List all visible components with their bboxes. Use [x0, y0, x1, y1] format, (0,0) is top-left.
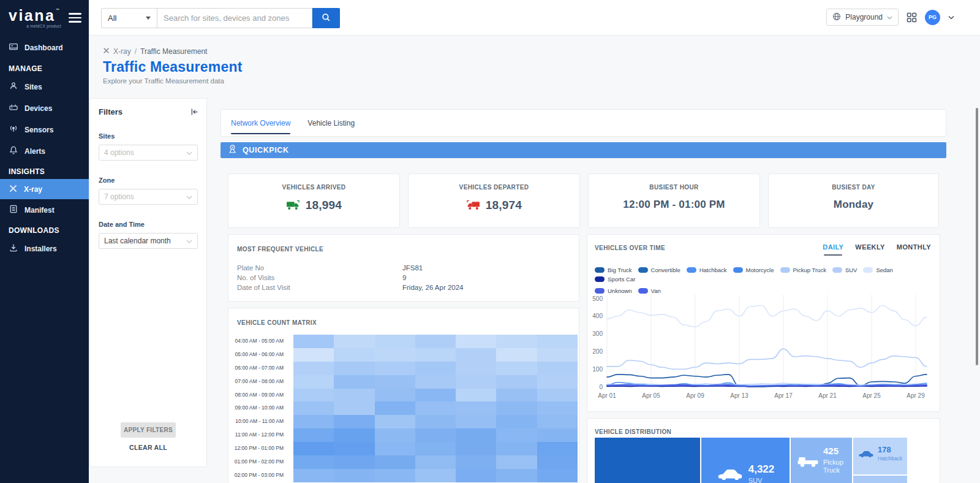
heatmap-cell[interactable]	[415, 469, 456, 482]
heatmap-cell[interactable]	[293, 469, 334, 482]
heatmap-cell[interactable]	[375, 401, 415, 415]
sidebar-item-installers[interactable]: Installers	[0, 238, 89, 259]
heatmap-cell[interactable]	[496, 455, 537, 469]
heatmap-cell[interactable]	[415, 389, 456, 402]
heatmap-cell[interactable]	[375, 428, 415, 442]
heatmap-cell[interactable]	[375, 362, 415, 375]
heatmap-cell[interactable]	[375, 348, 415, 362]
quickpick-banner[interactable]: QUICKPICK	[221, 142, 946, 158]
heatmap-cell[interactable]	[334, 348, 374, 362]
heatmap-cell[interactable]	[375, 442, 415, 455]
breadcrumb-section[interactable]: X-ray	[113, 47, 131, 56]
sidebar-item-manifest[interactable]: Manifest	[0, 199, 89, 221]
heatmap-cell[interactable]	[375, 335, 415, 348]
heatmap-cell[interactable]	[293, 455, 334, 469]
treemap-block-suv[interactable]: 4,322 SUV	[701, 438, 790, 483]
heatmap-cell[interactable]	[293, 428, 334, 442]
heatmap-cell[interactable]	[496, 428, 537, 442]
heatmap-cell[interactable]	[415, 415, 456, 428]
heatmap-cell[interactable]	[537, 362, 578, 375]
heatmap-cell[interactable]	[415, 348, 456, 362]
heatmap-cell[interactable]	[415, 375, 456, 389]
heatmap-cell[interactable]	[537, 335, 578, 348]
heatmap-cell[interactable]	[293, 415, 334, 428]
heatmap-cell[interactable]	[496, 362, 537, 375]
heatmap-cell[interactable]	[334, 428, 374, 442]
heatmap-cell[interactable]	[496, 469, 537, 482]
heatmap-cell[interactable]	[456, 415, 496, 428]
heatmap-cell[interactable]	[537, 389, 578, 402]
heatmap-cell[interactable]	[334, 375, 374, 389]
search-scope-select[interactable]: All	[101, 8, 157, 28]
legend-item[interactable]: Motorcycle	[733, 267, 774, 273]
heatmap-cell[interactable]	[293, 401, 334, 415]
heatmap-cell[interactable]	[456, 401, 496, 415]
heatmap-cell[interactable]	[415, 401, 456, 415]
legend-item[interactable]: Sports Car	[595, 276, 635, 283]
vertical-scrollbar[interactable]	[976, 108, 978, 365]
heatmap-cell[interactable]	[293, 375, 334, 389]
range-tab-weekly[interactable]: WEEKLY	[855, 243, 884, 256]
heatmap-cell[interactable]	[293, 335, 334, 348]
apps-grid-icon[interactable]	[907, 12, 917, 23]
heatmap-cell[interactable]	[496, 389, 537, 402]
legend-item[interactable]: Convertible	[638, 267, 680, 273]
heatmap-cell[interactable]	[456, 362, 496, 375]
legend-item[interactable]: Sedan	[863, 267, 892, 273]
clear-all-button[interactable]: CLEAR ALL	[90, 444, 206, 451]
collapse-panel-icon[interactable]	[190, 107, 199, 116]
heatmap-cell[interactable]	[496, 415, 537, 428]
heatmap-cell[interactable]	[293, 348, 334, 362]
search-button[interactable]	[312, 8, 340, 28]
heatmap-cell[interactable]	[537, 455, 578, 469]
search-input[interactable]	[157, 8, 312, 28]
legend-item[interactable]: SUV	[832, 267, 858, 273]
heatmap-cell[interactable]	[456, 389, 496, 402]
zone-filter-select[interactable]: 7 options	[99, 189, 198, 205]
heatmap-cell[interactable]	[375, 455, 415, 469]
heatmap-cell[interactable]	[496, 348, 537, 362]
legend-item[interactable]: Pickup Truck	[780, 267, 826, 273]
heatmap-cell[interactable]	[456, 348, 496, 362]
tab-network-overview[interactable]: Network Overview	[231, 110, 290, 136]
user-avatar[interactable]: PG	[925, 10, 940, 25]
sidebar-item-sensors[interactable]: Sensors	[0, 119, 89, 140]
range-tab-daily[interactable]: DAILY	[823, 243, 843, 256]
heatmap-cell[interactable]	[415, 428, 456, 442]
heatmap-cell[interactable]	[415, 335, 456, 348]
heatmap-cell[interactable]	[334, 442, 374, 455]
heatmap-cell[interactable]	[334, 469, 374, 482]
heatmap-cell[interactable]	[334, 389, 374, 402]
sidebar-item-dashboard[interactable]: Dashboard	[0, 37, 89, 59]
sidebar-item-alerts[interactable]: Alerts	[0, 140, 89, 162]
datetime-filter-select[interactable]: Last calendar month	[99, 233, 198, 249]
range-tab-monthly[interactable]: MONTHLY	[897, 243, 931, 256]
sidebar-item-devices[interactable]: Devices	[0, 97, 89, 119]
treemap-block-partial[interactable]	[853, 476, 907, 483]
heatmap-cell[interactable]	[334, 335, 374, 348]
heatmap-cell[interactable]	[496, 335, 537, 348]
treemap-block-largest[interactable]	[595, 438, 700, 483]
heatmap-cell[interactable]	[375, 469, 415, 482]
heatmap-cell[interactable]	[334, 401, 374, 415]
heatmap-cell[interactable]	[375, 389, 415, 402]
heatmap-cell[interactable]	[293, 442, 334, 455]
heatmap-cell[interactable]	[293, 362, 334, 375]
heatmap-cell[interactable]	[375, 375, 415, 389]
sidebar-item-xray[interactable]: X-ray	[0, 179, 89, 199]
heatmap-cell[interactable]	[334, 455, 374, 469]
legend-item[interactable]: Big Truck	[595, 267, 632, 273]
legend-item[interactable]: Hatchback	[687, 267, 727, 273]
heatmap-cell[interactable]	[456, 335, 496, 348]
heatmap-cell[interactable]	[537, 428, 578, 442]
treemap-block-hatchback[interactable]: 178 Hatchback	[853, 438, 907, 474]
tab-vehicle-listing[interactable]: Vehicle Listing	[307, 110, 355, 136]
heatmap-cell[interactable]	[537, 375, 578, 389]
heatmap-cell[interactable]	[496, 442, 537, 455]
heatmap-cell[interactable]	[456, 428, 496, 442]
heatmap-cell[interactable]	[456, 375, 496, 389]
heatmap-cell[interactable]	[293, 389, 334, 402]
workspace-select[interactable]: Playground	[826, 9, 899, 26]
heatmap-cell[interactable]	[496, 401, 537, 415]
sidebar-item-sites[interactable]: Sites	[0, 76, 89, 97]
